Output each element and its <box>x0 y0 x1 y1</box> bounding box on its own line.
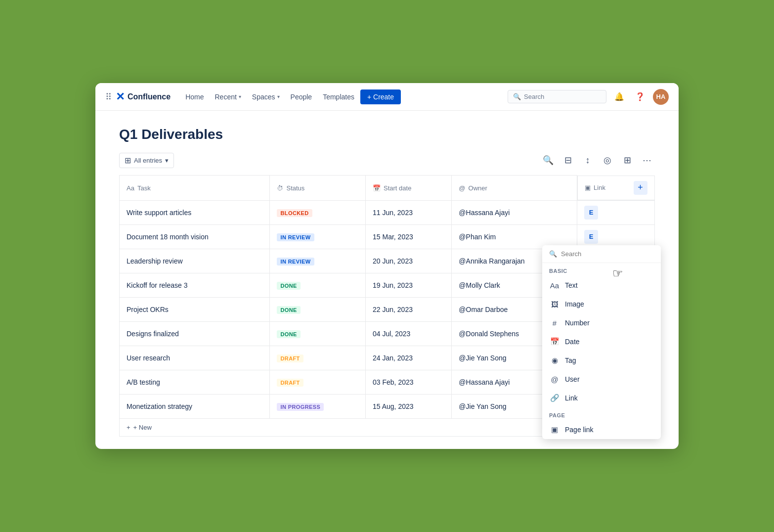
col-header-start-date[interactable]: 📅 Start date <box>366 176 452 201</box>
tag-type-icon: ◉ <box>549 355 560 366</box>
date-cell: 19 Jun, 2023 <box>366 273 452 297</box>
nav-items: Home Recent ▾ Spaces ▾ People Templates … <box>180 89 506 104</box>
dropdown-item-text[interactable]: Aa Text <box>542 276 661 295</box>
date-cell: 03 Feb, 2023 <box>366 370 452 394</box>
dropdown-item-image[interactable]: 🖼 Image <box>542 295 661 313</box>
status-badge: IN REVIEW <box>277 258 314 266</box>
col-header-link[interactable]: ▣ Link + <box>577 176 654 200</box>
date-type-icon: 📅 <box>549 336 560 347</box>
task-cell: Project OKRs <box>120 297 270 321</box>
table-row[interactable]: Write support articles BLOCKED 11 Jun, 2… <box>120 200 655 224</box>
date-col-icon: 📅 <box>373 184 381 192</box>
status-col-icon: ⏱ <box>277 184 283 192</box>
status-cell: DONE <box>270 297 366 321</box>
search-toolbar-button[interactable]: 🔍 <box>540 152 556 168</box>
status-badge: IN PROGRESS <box>277 403 324 411</box>
status-badge: DONE <box>277 282 300 290</box>
date-cell: 24 Jan, 2023 <box>366 346 452 370</box>
task-cell: A/B testing <box>120 370 270 394</box>
date-cell: 04 Jul, 2023 <box>366 321 452 346</box>
number-type-icon: # <box>549 317 560 328</box>
create-button[interactable]: + Create <box>360 89 401 104</box>
date-cell: 15 Mar, 2023 <box>366 224 452 249</box>
confluence-logo[interactable]: ✕ Confluence <box>116 90 171 103</box>
grid-view-button[interactable]: ⊞ <box>619 152 635 168</box>
date-cell: 11 Jun, 2023 <box>366 200 452 224</box>
link-cell: E <box>577 200 655 224</box>
task-cell: Leadership review <box>120 249 270 273</box>
section-basic-label: BASIC <box>542 263 661 276</box>
link-value[interactable]: E <box>584 206 598 220</box>
link-type-icon: 🔗 <box>549 393 560 403</box>
status-cell: DONE <box>270 273 366 297</box>
status-badge: DONE <box>277 306 300 314</box>
nav-home[interactable]: Home <box>180 90 209 104</box>
dropdown-search-bar[interactable]: 🔍 <box>542 245 661 263</box>
status-badge: IN REVIEW <box>277 233 314 241</box>
notifications-button[interactable]: 🔔 <box>611 89 627 105</box>
nav-recent[interactable]: Recent ▾ <box>210 90 246 104</box>
task-col-icon: Aa <box>127 184 134 192</box>
dropdown-item-date[interactable]: 📅 Date <box>542 332 661 351</box>
image-type-icon: 🖼 <box>549 299 560 310</box>
col-header-status[interactable]: ⏱ Status <box>270 176 366 201</box>
hide-fields-button[interactable]: ◎ <box>600 152 615 168</box>
task-cell: Kickoff for release 3 <box>120 273 270 297</box>
status-cell: IN REVIEW <box>270 224 366 249</box>
status-badge: BLOCKED <box>277 209 312 217</box>
spaces-chevron: ▾ <box>277 94 280 99</box>
nav-right: 🔍 Search 🔔 ❓ HA <box>508 89 669 105</box>
dropdown-item-page-link[interactable]: ▣ Page link <box>542 420 661 439</box>
nav-templates[interactable]: Templates <box>318 90 359 104</box>
page-title: Q1 Deliverables <box>119 127 655 142</box>
dropdown-item-link[interactable]: 🔗 Link <box>542 389 661 407</box>
dropdown-item-user[interactable]: @ User <box>542 370 661 389</box>
user-type-icon: @ <box>549 374 560 385</box>
status-cell: IN PROGRESS <box>270 394 366 418</box>
filter-toolbar-button[interactable]: ⊟ <box>560 152 576 168</box>
status-badge: DRAFT <box>277 379 303 387</box>
dropdown-search-input[interactable] <box>561 250 654 258</box>
logo-text: Confluence <box>128 92 171 101</box>
task-cell: Monetization strategy <box>120 394 270 418</box>
grid-icon[interactable]: ⠿ <box>105 91 112 102</box>
main-content: Q1 Deliverables ⊞ All entries ▾ 🔍 ⊟ ↕ ◎ … <box>95 111 679 448</box>
status-cell: IN REVIEW <box>270 249 366 273</box>
link-col-icon: ▣ <box>585 184 591 191</box>
date-cell: 20 Jun, 2023 <box>366 249 452 273</box>
navbar: ⠿ ✕ Confluence Home Recent ▾ Spaces ▾ Pe… <box>95 83 679 111</box>
page-link-type-icon: ▣ <box>549 424 560 435</box>
status-cell: BLOCKED <box>270 200 366 224</box>
table-toolbar: ⊞ All entries ▾ 🔍 ⊟ ↕ ◎ ⊞ ⋯ <box>119 152 655 168</box>
avatar[interactable]: HA <box>653 89 669 105</box>
sort-toolbar-button[interactable]: ↕ <box>580 152 596 168</box>
add-column-button[interactable]: + <box>634 181 647 195</box>
date-cell: 15 Aug, 2023 <box>366 394 452 418</box>
new-row-icon: + <box>127 424 130 431</box>
status-cell: DONE <box>270 321 366 346</box>
owner-col-icon: @ <box>459 184 465 192</box>
section-page-label: PAGE <box>542 407 661 420</box>
grid-filter-icon: ⊞ <box>125 156 131 165</box>
task-cell: Document 18 month vision <box>120 224 270 249</box>
search-bar[interactable]: 🔍 Search <box>508 90 606 103</box>
new-row-label: + New <box>133 424 152 431</box>
status-cell: DRAFT <box>270 370 366 394</box>
more-options-button[interactable]: ⋯ <box>639 152 655 168</box>
owner-cell: @Hassana Ajayi <box>452 200 577 224</box>
help-button[interactable]: ❓ <box>632 89 648 105</box>
nav-people[interactable]: People <box>286 90 317 104</box>
dropdown-item-tag[interactable]: ◉ Tag <box>542 351 661 370</box>
entries-filter[interactable]: ⊞ All entries ▾ <box>119 153 174 168</box>
col-header-task[interactable]: Aa Task <box>120 176 270 201</box>
recent-chevron: ▾ <box>239 94 241 99</box>
task-cell: Designs finalized <box>120 321 270 346</box>
dropdown-item-number[interactable]: # Number <box>542 313 661 332</box>
col-header-owner[interactable]: @ Owner <box>452 176 577 201</box>
date-cell: 22 Jun, 2023 <box>366 297 452 321</box>
task-cell: User research <box>120 346 270 370</box>
dropdown-search-icon: 🔍 <box>549 250 557 258</box>
text-type-icon: Aa <box>549 280 560 291</box>
nav-spaces[interactable]: Spaces ▾ <box>247 90 285 104</box>
link-value[interactable]: E <box>584 230 598 244</box>
